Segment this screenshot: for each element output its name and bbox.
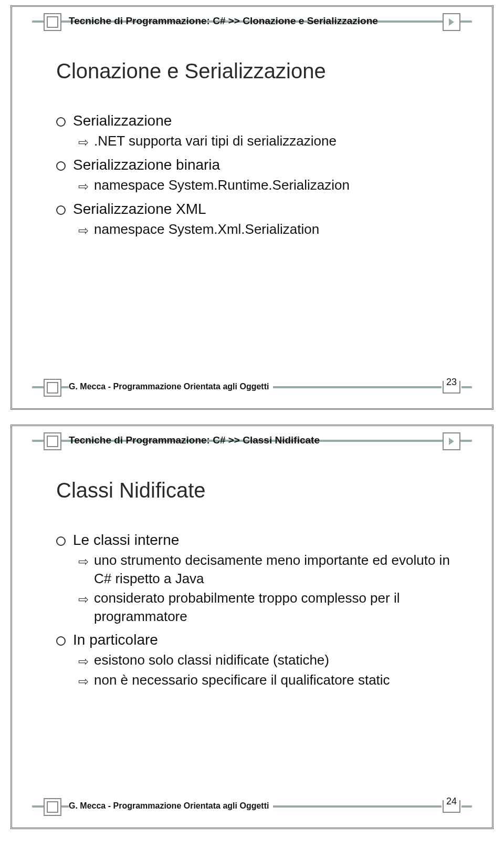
bullet-level1: Serializzazione XML [56,199,455,219]
bullet-text: esistono solo classi nidificate (statich… [94,651,329,669]
slide-title: Classi Nidificate [56,479,206,502]
bullet-text: namespace System.Runtime.Serializazion [94,176,350,194]
bullet-level2: ⇨ uno strumento decisamente meno importa… [78,551,455,588]
footer-ornament-right [443,381,460,394]
bullet-text: In particolare [73,630,158,650]
next-slide-icon[interactable] [443,13,460,31]
bullet-level2: ⇨ considerato probabilmente troppo compl… [78,589,455,626]
footer-author: G. Mecca - Programmazione Orientata agli… [69,382,273,391]
arrow-right-icon: ⇨ [78,222,89,239]
bullet-text: .NET supporta vari tipi di serializzazio… [94,132,337,150]
bullet-level1: Serializzazione binaria [56,155,455,175]
breadcrumb: Tecniche di Programmazione: C# >> Classi… [69,435,435,446]
bullet-level1: Le classi interne [56,530,455,550]
slide-footer: G. Mecca - Programmazione Orientata agli… [12,799,492,814]
arrow-right-icon: ⇨ [78,178,89,195]
arrow-right-icon: ⇨ [78,134,89,151]
header-ornament-left [44,13,61,31]
circle-bullet-icon [56,161,66,171]
slide-23: Tecniche di Programmazione: C# >> Clonaz… [10,5,494,410]
arrow-right-icon: ⇨ [78,553,89,570]
bullet-text: Le classi interne [73,530,179,550]
circle-bullet-icon [56,536,66,546]
bullet-text: considerato probabilmente troppo comples… [94,589,455,626]
bullet-level1: In particolare [56,630,455,650]
footer-ornament-left [44,379,61,397]
circle-bullet-icon [56,205,66,215]
slide-body: Le classi interne ⇨ uno strumento decisa… [56,526,455,690]
slide-24: Tecniche di Programmazione: C# >> Classi… [10,425,494,829]
footer-author: G. Mecca - Programmazione Orientata agli… [69,801,273,811]
arrow-right-icon: ⇨ [78,591,89,608]
bullet-text: namespace System.Xml.Serialization [94,220,319,239]
slide-title: Clonazione e Serializzazione [56,59,326,83]
slide-body: Serializzazione ⇨ .NET supporta vari tip… [56,107,455,240]
bullet-text: Serializzazione [73,111,172,131]
bullet-text: Serializzazione XML [73,199,206,219]
footer-ornament-left [44,798,61,816]
header-ornament-left [44,432,61,450]
circle-bullet-icon [56,117,66,127]
bullet-level1: Serializzazione [56,111,455,131]
arrow-right-icon: ⇨ [78,653,89,670]
slide-footer: G. Mecca - Programmazione Orientata agli… [12,380,492,395]
bullet-level2: ⇨ .NET supporta vari tipi di serializzaz… [78,132,455,151]
bullet-level2: ⇨ namespace System.Runtime.Serializazion [78,176,455,195]
slide-header: Tecniche di Programmazione: C# >> Clonaz… [12,20,492,37]
bullet-level2: ⇨ esistono solo classi nidificate (stati… [78,651,455,670]
bullet-level2: ⇨ non è necessario specificare il qualif… [78,671,455,690]
slide-header: Tecniche di Programmazione: C# >> Classi… [12,440,492,457]
bullet-text: Serializzazione binaria [73,155,220,175]
circle-bullet-icon [56,636,66,646]
footer-ornament-right [443,800,460,813]
bullet-text: non è necessario specificare il qualific… [94,671,390,689]
next-slide-icon[interactable] [443,432,460,450]
breadcrumb: Tecniche di Programmazione: C# >> Clonaz… [69,15,435,27]
bullet-level2: ⇨ namespace System.Xml.Serialization [78,220,455,239]
bullet-text: uno strumento decisamente meno important… [94,551,455,588]
arrow-right-icon: ⇨ [78,673,89,690]
